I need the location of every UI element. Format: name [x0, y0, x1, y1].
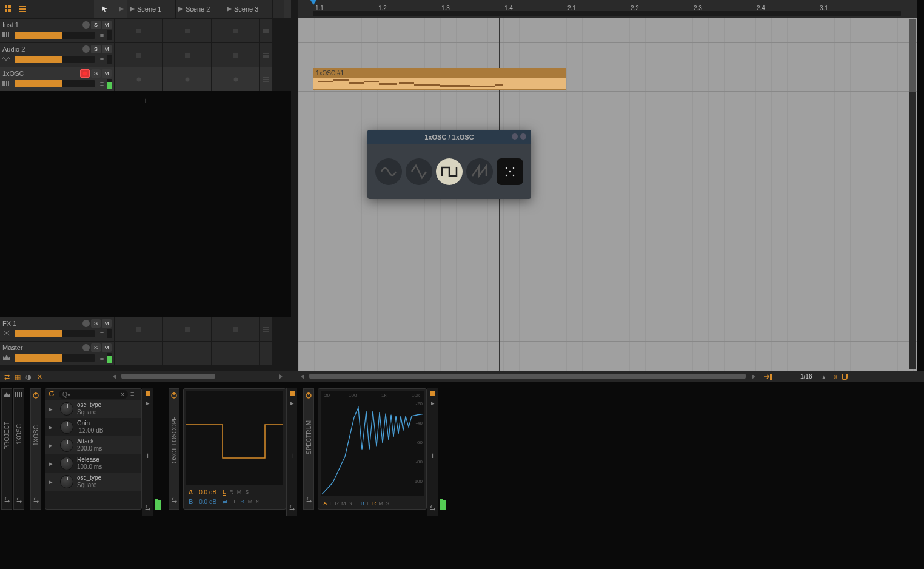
track-inst1-mute[interactable]: M	[102, 21, 112, 29]
track2-clip2[interactable]	[211, 67, 259, 91]
fx-menu[interactable]	[259, 317, 272, 341]
tab-oscilloscope[interactable]: OSCILLOSCOPE ⇆	[169, 388, 179, 510]
track-1xosc-mute[interactable]: M	[102, 69, 112, 78]
scroll-right-icon[interactable]	[279, 374, 284, 379]
scroll-left-icon[interactable]	[113, 374, 118, 379]
track-fx1-output-icon[interactable]	[82, 320, 90, 327]
param-row[interactable]: ▸ Gain-12.00 dB	[45, 418, 141, 436]
scroll-left-icon[interactable]	[301, 374, 306, 379]
wave-sine[interactable]	[375, 158, 402, 185]
knob-gain[interactable]	[60, 420, 73, 434]
wave-triangle[interactable]	[406, 158, 432, 185]
knob-osc-type[interactable]	[60, 402, 73, 416]
spec-a-L[interactable]: L	[330, 500, 333, 507]
close-panel-icon[interactable]: ✕	[35, 372, 44, 381]
track2-clip1[interactable]	[162, 67, 211, 91]
param-row[interactable]: ▸ Attack200.0 ms	[45, 436, 141, 454]
track1-clip0[interactable]	[114, 42, 162, 67]
track0-clip1[interactable]	[162, 18, 211, 42]
track-master-menu-icon[interactable]: ≡	[97, 354, 107, 362]
expand-icon[interactable]: ⇆	[33, 496, 39, 504]
grid-setting[interactable]: 1/16	[800, 373, 812, 380]
track2-clip0[interactable]	[114, 67, 162, 91]
track-fx1-solo[interactable]: S	[91, 319, 101, 328]
track-audio2-header[interactable]: Audio 2 S M ≡	[0, 42, 114, 67]
track-audio2-mute[interactable]: M	[102, 45, 112, 53]
folder-icon[interactable]: ▸	[146, 399, 150, 407]
follow-icon[interactable]	[764, 372, 772, 381]
arrangement-vscroll[interactable]	[909, 19, 916, 369]
scene-2[interactable]: Scene 2	[175, 0, 224, 18]
grid-up-icon[interactable]: ▴	[820, 372, 828, 381]
power-icon[interactable]	[170, 391, 178, 400]
folder-icon[interactable]: ▸	[49, 423, 56, 431]
parameter-search[interactable]: Q▾ ×	[59, 390, 128, 399]
timeline-ruler[interactable]: 1.1 1.2 1.3 1.4 2.1 2.2 2.3 2.4 3.1	[298, 0, 917, 18]
track-inst1-output-icon[interactable]	[82, 21, 90, 29]
track1-clip1[interactable]	[162, 42, 211, 67]
osc-b-db[interactable]: 0.0 dB	[199, 499, 216, 505]
swap-icon[interactable]: ⇄	[2, 372, 11, 381]
view-mixer-icon[interactable]	[2, 3, 15, 15]
toggle-icon[interactable]: ◑	[24, 372, 33, 381]
folder-icon[interactable]: ▸	[49, 460, 56, 468]
track-inst1-header[interactable]: Inst 1 S M ≡	[0, 18, 114, 42]
osc-a-S[interactable]: S	[245, 489, 249, 496]
wave-saw[interactable]	[466, 158, 493, 185]
scene-add[interactable]	[272, 0, 284, 18]
master-clip1[interactable]	[162, 341, 211, 365]
plugin-window[interactable]: 1xOSC / 1xOSC	[367, 130, 531, 199]
expand-icon[interactable]: ⇆	[306, 496, 312, 504]
expand-icon[interactable]: ⇆	[145, 504, 150, 512]
ruler-scrollbar[interactable]	[313, 11, 901, 16]
track-fx1-volume[interactable]	[15, 330, 95, 337]
expand-icon[interactable]: ⇆	[430, 504, 435, 512]
track-fx1-mute[interactable]: M	[102, 319, 112, 328]
tab-spectrum[interactable]: SPECTRUM ⇆	[303, 388, 314, 510]
fx-clip2[interactable]	[211, 317, 259, 341]
osc-a-L[interactable]: L	[223, 489, 226, 496]
folder-icon[interactable]: ▸	[49, 478, 56, 486]
expand-icon[interactable]: ⇆	[16, 496, 22, 504]
knob-release[interactable]	[60, 457, 73, 470]
param-row[interactable]: ▸ osc_typeSquare	[45, 400, 141, 418]
scene-3[interactable]: Scene 3	[224, 0, 272, 18]
track0-clip2[interactable]	[211, 18, 259, 42]
track-1xosc-volume[interactable]	[15, 80, 95, 87]
wave-noise[interactable]	[497, 158, 523, 185]
folder-icon[interactable]: ▸	[431, 399, 435, 407]
track-master-output-icon[interactable]	[82, 344, 90, 351]
track-inst1-solo[interactable]: S	[91, 21, 101, 29]
track-inst1-volume[interactable]	[15, 32, 95, 39]
panel-menu-icon[interactable]: ≡	[130, 390, 139, 399]
scroll-right-icon[interactable]	[752, 374, 757, 379]
add-device-button[interactable]: +	[289, 451, 294, 460]
knob-osc-type-2[interactable]	[60, 475, 73, 488]
wave-square[interactable]	[436, 158, 463, 185]
expand-icon[interactable]: ⇆	[4, 496, 10, 504]
track-master-header[interactable]: Master S M ≡	[0, 341, 114, 365]
track-master-solo[interactable]: S	[91, 343, 101, 352]
snap-icon[interactable]: ⇥	[829, 372, 838, 381]
link-icon[interactable]: ⇄	[223, 499, 227, 505]
layout-icon[interactable]: ▦	[13, 372, 22, 381]
track-audio2-output-icon[interactable]	[82, 45, 90, 53]
folder-icon[interactable]: ▸	[49, 442, 56, 449]
osc-b-R[interactable]: R	[240, 499, 244, 505]
param-row[interactable]: ▸ osc_typeSquare	[45, 473, 141, 491]
add-device-button[interactable]: +	[430, 451, 435, 460]
osc-a-db[interactable]: 0.0 dB	[199, 489, 216, 496]
track-1xosc-menu-icon[interactable]: ≡	[97, 80, 107, 87]
track-1xosc-solo[interactable]: S	[91, 69, 101, 78]
spec-b-L[interactable]: L	[367, 500, 370, 507]
track-master-mute[interactable]: M	[102, 343, 112, 352]
power-icon[interactable]	[32, 391, 39, 400]
tab-project[interactable]: PROJECT ⇆	[1, 388, 12, 510]
expand-icon[interactable]: ⇆	[172, 496, 177, 504]
osc-b-L[interactable]: L	[233, 499, 236, 505]
power-icon[interactable]	[305, 391, 312, 400]
master-menu[interactable]	[259, 341, 272, 365]
fx-clip1[interactable]	[162, 317, 211, 341]
track-1xosc-header[interactable]: 1xOSC S M ≡	[0, 67, 114, 91]
tab-1xosc-outer[interactable]: 1XOSC ⇆	[13, 388, 24, 510]
